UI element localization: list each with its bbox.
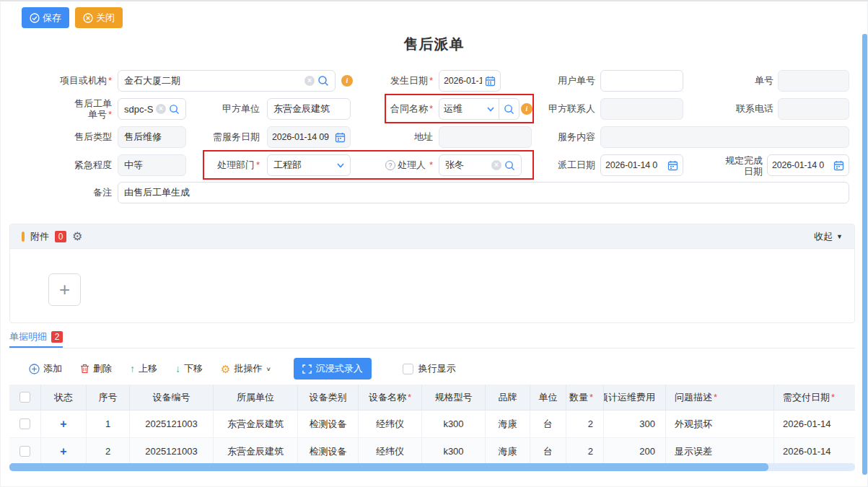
dispatch-date-field[interactable]: 2026-01-14 0 bbox=[600, 154, 683, 176]
tab-border bbox=[9, 348, 855, 348]
save-button[interactable]: 保存 bbox=[22, 7, 69, 28]
add-row-button[interactable]: 添加 bbox=[29, 362, 62, 375]
project-field[interactable]: 金石大厦二期 × bbox=[118, 70, 336, 92]
column-header: 设备类别 bbox=[298, 385, 359, 410]
dispatch-date-label: 派工日期 bbox=[501, 154, 595, 176]
cell-qty: 2 bbox=[566, 438, 604, 465]
search-icon[interactable] bbox=[317, 75, 329, 87]
save-button-label: 保存 bbox=[43, 12, 61, 25]
clear-icon[interactable]: × bbox=[156, 104, 166, 114]
calendar-icon[interactable] bbox=[833, 160, 844, 171]
collapse-toggle[interactable]: 收起 ▼ bbox=[814, 230, 843, 243]
required-asterisk: * bbox=[589, 392, 593, 403]
column-header: 设备名称* bbox=[359, 385, 422, 410]
cell-fee: 200 bbox=[604, 438, 666, 465]
cell-owner_unit: 东营金辰建筑 bbox=[214, 411, 298, 437]
table-row[interactable]: +22025121003东营金辰建筑检测设备经纬仪k300海康台2200显示误差… bbox=[9, 438, 855, 465]
detail-table: 状态序号设备编号所属单位设备类别设备名称*规格型号品牌单位数量*预计运维费用问题… bbox=[9, 385, 855, 465]
move-down-label: 下移 bbox=[184, 362, 203, 375]
dispatch-date-value: 2026-01-14 0 bbox=[605, 160, 665, 170]
address-label: 地址 bbox=[339, 126, 433, 148]
dept-select[interactable]: 工程部 bbox=[267, 154, 351, 176]
calendar-icon[interactable] bbox=[667, 160, 678, 171]
row-checkbox[interactable] bbox=[19, 446, 30, 457]
attachment-panel-header: 附件 0 ⚙ 收起 ▼ bbox=[10, 224, 854, 249]
batch-actions-menu[interactable]: ⚙ 批操作 ∨ bbox=[221, 362, 271, 375]
column-header: 序号 bbox=[87, 385, 130, 410]
arrow-up-icon: ↑ bbox=[130, 363, 135, 374]
horizontal-scrollbar-thumb[interactable] bbox=[9, 463, 768, 471]
section-marker bbox=[22, 232, 25, 242]
cell-unit: 台 bbox=[530, 438, 566, 465]
project-value: 金石大厦二期 bbox=[124, 74, 302, 87]
user-order-no-field[interactable] bbox=[600, 70, 683, 92]
remark-field[interactable]: 由售后工单生成 bbox=[118, 182, 849, 203]
cell-issue: 外观损坏 bbox=[666, 411, 774, 437]
service-content-field bbox=[600, 126, 849, 148]
tab-detail-count-badge: 2 bbox=[51, 331, 63, 343]
occur-date-value: 2026-01-14 bbox=[444, 76, 482, 86]
upload-attachment-button[interactable]: + bbox=[48, 273, 81, 306]
required-asterisk: * bbox=[429, 75, 433, 86]
delete-row-button[interactable]: 删除 bbox=[80, 362, 112, 375]
table-row[interactable]: +12025121003东营金辰建筑检测设备经纬仪k300海康台2300外观损坏… bbox=[9, 411, 855, 438]
project-label: 项目或机构* bbox=[6, 70, 112, 92]
batch-actions-label: 批操作 bbox=[234, 362, 262, 375]
service-content-label: 服务内容 bbox=[501, 126, 595, 148]
cell-owner_unit: 东营金辰建筑 bbox=[214, 438, 298, 465]
deadline-field[interactable]: 2026-01-14 0 bbox=[767, 154, 849, 176]
cell-brand: 海康 bbox=[486, 411, 530, 437]
party-a-unit-field[interactable]: 东营金辰建筑 bbox=[267, 98, 351, 120]
move-down-button[interactable]: ↓ 下移 bbox=[175, 362, 203, 375]
contract-value: 运维 bbox=[444, 102, 484, 115]
handler-value: 张冬 bbox=[445, 159, 488, 172]
required-asterisk: * bbox=[108, 75, 112, 86]
required-asterisk: * bbox=[714, 392, 717, 403]
select-all-checkbox[interactable] bbox=[19, 392, 30, 403]
add-row-label: 添加 bbox=[43, 362, 62, 375]
row-status-cell: + bbox=[41, 438, 87, 465]
expand-plus-icon[interactable]: + bbox=[60, 418, 66, 431]
chevron-down-icon[interactable] bbox=[487, 107, 494, 112]
row-select-cell bbox=[9, 438, 41, 465]
cell-device_name: 经纬仪 bbox=[359, 438, 422, 465]
cell-due_date: 2026-01-14 bbox=[774, 438, 855, 465]
required-asterisk: * bbox=[256, 159, 260, 170]
close-circle-icon bbox=[83, 13, 93, 23]
deadline-value: 2026-01-14 0 bbox=[772, 160, 830, 170]
immersive-entry-button[interactable]: 沉浸式录入 bbox=[294, 358, 372, 379]
tab-detail[interactable]: 单据明细 2 bbox=[9, 330, 63, 343]
collapse-label: 收起 bbox=[814, 230, 833, 243]
check-circle-icon bbox=[30, 13, 40, 23]
vertical-scrollbar-thumb[interactable] bbox=[862, 34, 867, 475]
occur-date-field[interactable]: 2026-01-14 bbox=[439, 70, 501, 92]
attachment-panel: 附件 0 ⚙ 收起 ▼ + bbox=[9, 224, 855, 323]
gear-icon[interactable]: ⚙ bbox=[72, 231, 82, 242]
horizontal-scrollbar-track[interactable] bbox=[9, 463, 855, 471]
clear-icon[interactable]: × bbox=[304, 76, 315, 86]
table-header-row: 状态序号设备编号所属单位设备类别设备名称*规格型号品牌单位数量*预计运维费用问题… bbox=[9, 385, 855, 411]
cell-seq: 2 bbox=[87, 438, 130, 465]
wrap-display-checkbox[interactable] bbox=[403, 364, 413, 374]
clear-icon[interactable]: × bbox=[491, 160, 501, 170]
attachment-title: 附件 bbox=[30, 230, 49, 243]
column-header: 品牌 bbox=[486, 385, 530, 410]
order-no-label: 单号 bbox=[680, 70, 773, 92]
remark-value: 由售后工单生成 bbox=[124, 186, 843, 199]
work-order-no-value: sdpc-SHGD bbox=[124, 104, 153, 115]
calendar-icon[interactable] bbox=[485, 76, 496, 87]
cell-seq: 1 bbox=[87, 411, 130, 437]
cell-device_name: 经纬仪 bbox=[359, 411, 422, 437]
detail-toolbar: 添加 删除 ↑ 上移 ↓ 下移 ⚙ 批操作 ∨ 沉浸式录入 bbox=[29, 358, 456, 379]
expand-plus-icon[interactable]: + bbox=[60, 445, 66, 458]
delete-row-label: 删除 bbox=[93, 362, 112, 375]
help-circle-icon[interactable]: ? bbox=[385, 160, 395, 170]
cell-qty: 2 bbox=[566, 411, 604, 437]
wrap-display-label: 换行显示 bbox=[418, 362, 456, 375]
row-checkbox[interactable] bbox=[19, 418, 30, 429]
trash-icon bbox=[80, 364, 89, 374]
cell-fee: 300 bbox=[604, 411, 666, 437]
wrap-display-toggle[interactable]: 换行显示 bbox=[403, 362, 456, 375]
move-up-button[interactable]: ↑ 上移 bbox=[130, 362, 157, 375]
close-button[interactable]: 关闭 bbox=[75, 7, 123, 28]
